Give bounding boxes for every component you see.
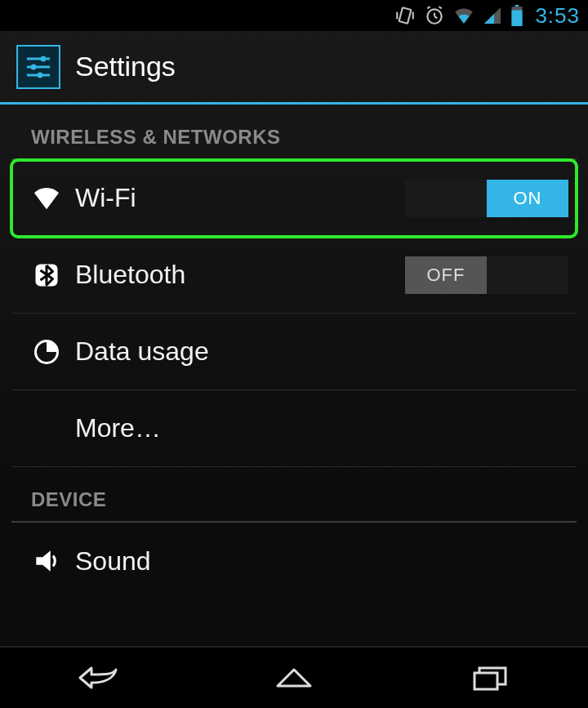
row-data-usage[interactable]: Data usage <box>11 314 577 390</box>
toggle-on-half <box>487 256 568 294</box>
home-button[interactable] <box>245 657 343 698</box>
svg-point-15 <box>31 64 37 69</box>
row-more[interactable]: More… <box>11 390 577 467</box>
section-header-device: DEVICE <box>11 467 577 521</box>
svg-rect-0 <box>399 7 412 24</box>
wifi-toggle[interactable]: ON <box>405 180 568 217</box>
bluetooth-label: Bluetooth <box>75 260 405 290</box>
page-title: Settings <box>75 51 176 82</box>
recent-apps-button[interactable] <box>441 657 539 698</box>
section-header-wireless: WIRELESS & NETWORKS <box>11 105 577 158</box>
wifi-label: Wi-Fi <box>75 183 405 213</box>
toggle-off-half: OFF <box>405 256 487 294</box>
svg-rect-10 <box>512 11 523 27</box>
sound-label: Sound <box>75 546 568 577</box>
svg-rect-8 <box>515 5 519 7</box>
back-button[interactable] <box>49 657 147 698</box>
settings-icon <box>16 45 60 89</box>
svg-point-14 <box>41 56 47 61</box>
data-usage-label: Data usage <box>75 336 568 367</box>
vibrate-icon <box>394 5 416 26</box>
settings-header: Settings <box>0 31 588 105</box>
more-label: More… <box>75 413 568 443</box>
toggle-on-half: ON <box>487 180 568 217</box>
row-wifi[interactable]: Wi-Fi ON <box>11 160 577 237</box>
svg-point-16 <box>38 72 43 78</box>
svg-line-5 <box>434 16 437 18</box>
android-settings-screen: 3:53 Settings WIRELESS & NETWORKS <box>0 0 588 708</box>
svg-rect-19 <box>474 673 497 689</box>
svg-line-7 <box>439 7 442 8</box>
sound-icon <box>18 545 75 577</box>
bluetooth-toggle[interactable]: OFF <box>405 256 568 294</box>
wifi-status-icon <box>453 5 474 26</box>
status-bar: 3:53 <box>0 0 588 31</box>
status-clock: 3:53 <box>535 3 580 29</box>
navigation-bar <box>0 646 588 708</box>
battery-icon <box>510 5 523 26</box>
wifi-icon <box>18 182 75 215</box>
row-bluetooth[interactable]: Bluetooth OFF <box>11 237 577 314</box>
toggle-off-half <box>405 180 487 217</box>
row-sound[interactable]: Sound <box>11 523 577 599</box>
signal-icon <box>483 6 502 25</box>
svg-line-6 <box>428 7 430 8</box>
settings-list[interactable]: WIRELESS & NETWORKS Wi-Fi ON Bluetooth <box>0 105 588 646</box>
alarm-icon <box>424 5 445 26</box>
bluetooth-icon <box>18 260 75 290</box>
data-usage-icon <box>18 337 75 367</box>
